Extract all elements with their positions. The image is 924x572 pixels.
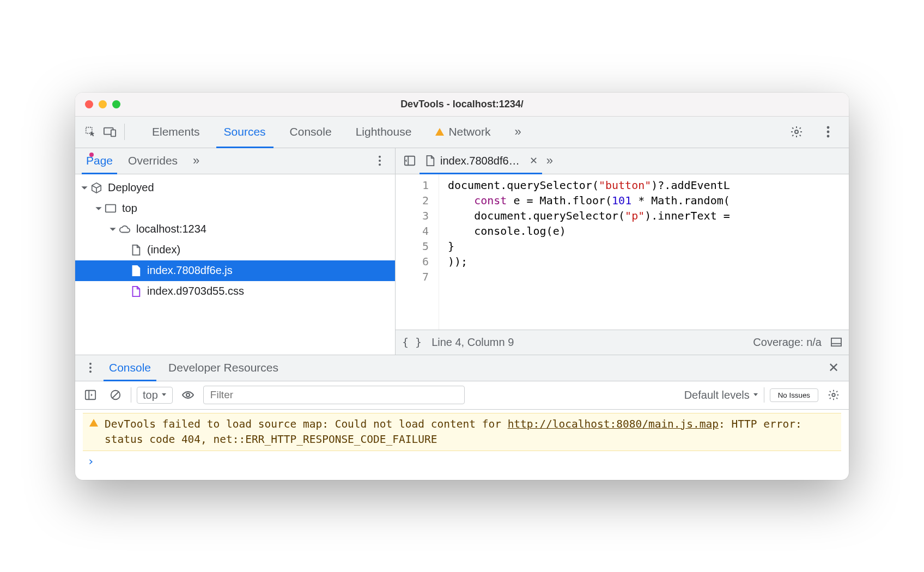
svg-rect-13	[831, 338, 841, 346]
drawer-menu-icon[interactable]	[81, 358, 100, 378]
toggle-navigator-icon[interactable]	[400, 151, 420, 171]
svg-line-21	[113, 392, 119, 398]
console-sidebar-toggle-icon[interactable]	[81, 385, 100, 405]
svg-point-17	[89, 370, 92, 373]
execution-context-selector[interactable]: top	[137, 387, 173, 404]
document-icon	[130, 244, 142, 256]
cube-icon	[90, 182, 102, 194]
experiment-dot-icon	[89, 153, 94, 157]
tab-lighthouse[interactable]: Lighthouse	[344, 117, 424, 148]
svg-point-22	[186, 393, 190, 397]
document-icon	[130, 285, 142, 297]
code-content: document.querySelector("button")?.addEve…	[439, 174, 730, 330]
issues-button[interactable]: No Issues	[770, 388, 818, 402]
warning-icon	[435, 128, 444, 136]
svg-rect-2	[111, 130, 115, 136]
console-settings-icon[interactable]	[824, 385, 843, 405]
toolbar-divider	[131, 387, 131, 403]
tab-elements[interactable]: Elements	[140, 117, 212, 148]
navigator-menu-icon[interactable]	[370, 151, 390, 171]
document-icon	[424, 155, 436, 167]
svg-point-3	[795, 130, 798, 133]
document-icon	[130, 265, 142, 277]
tab-network[interactable]: Network	[423, 117, 502, 148]
tab-sources[interactable]: Sources	[212, 117, 278, 148]
warning-icon	[89, 419, 98, 427]
drawer-close-icon[interactable]: ✕	[824, 360, 843, 375]
drawer-tab-developer-resources[interactable]: Developer Resources	[160, 355, 287, 381]
devtools-window: DevTools - localhost:1234/ Elements Sour…	[75, 93, 849, 480]
tree-frame-top[interactable]: top	[75, 198, 395, 219]
svg-rect-10	[106, 204, 115, 212]
main-tab-bar: Elements Sources Console Lighthouse Netw…	[75, 117, 849, 148]
editor-tabs-overflow[interactable]: »	[542, 148, 556, 174]
editor-pane: index.7808df6… ✕ » 1234567 document.quer…	[396, 148, 849, 355]
console-filter-input[interactable]	[203, 386, 465, 404]
svg-point-9	[379, 163, 381, 166]
console-toolbar: top Default levels No Issues	[75, 381, 849, 410]
svg-point-23	[832, 393, 835, 397]
maximize-window-button[interactable]	[112, 100, 120, 108]
console-warning-message[interactable]: DevTools failed to load source map: Coul…	[83, 413, 841, 451]
window-title: DevTools - localhost:1234/	[75, 99, 849, 110]
minimize-window-button[interactable]	[99, 100, 107, 108]
tabs-overflow-button[interactable]: »	[502, 117, 531, 148]
drawer-tab-bar: Console Developer Resources ✕	[75, 355, 849, 381]
frame-icon	[105, 203, 117, 215]
show-drawer-icon[interactable]	[830, 337, 842, 347]
window-controls	[85, 100, 120, 108]
svg-point-8	[379, 160, 381, 162]
toolbar-divider	[764, 387, 764, 403]
titlebar: DevTools - localhost:1234/	[75, 93, 849, 117]
live-expression-icon[interactable]	[178, 385, 198, 405]
svg-point-16	[89, 367, 92, 369]
tree-file-index[interactable]: (index)	[75, 240, 395, 260]
svg-point-7	[379, 156, 381, 158]
cloud-icon	[119, 223, 131, 235]
tab-close-icon[interactable]: ✕	[530, 155, 538, 167]
nav-tab-page[interactable]: Page	[78, 148, 120, 174]
tree-group-deployed[interactable]: Deployed	[75, 178, 395, 198]
file-tree: Deployed top localhost:1234 (index)	[75, 174, 395, 355]
device-toolbar-icon[interactable]	[100, 122, 120, 142]
svg-rect-18	[86, 391, 95, 400]
line-gutter: 1234567	[396, 174, 439, 330]
console-prompt[interactable]: ›	[83, 451, 841, 471]
coverage-status: Coverage: n/a	[753, 336, 822, 349]
console-output: DevTools failed to load source map: Coul…	[75, 410, 849, 480]
clear-console-icon[interactable]	[106, 385, 125, 405]
svg-point-15	[89, 363, 92, 365]
dropdown-icon	[753, 393, 758, 397]
nav-tabs-overflow[interactable]: »	[185, 148, 205, 174]
svg-point-6	[827, 135, 830, 138]
pretty-print-icon[interactable]: { }	[402, 336, 422, 349]
cursor-position: Line 4, Column 9	[431, 336, 514, 349]
navigator-tab-bar: Page Overrides »	[75, 148, 395, 174]
sources-panel: Page Overrides » Deployed top	[75, 148, 849, 355]
sourcemap-url-link[interactable]: http://localhost:8080/main.js.map	[508, 418, 719, 430]
editor-statusbar: { } Line 4, Column 9 Coverage: n/a	[396, 330, 849, 355]
svg-point-4	[827, 126, 830, 129]
drawer-tab-console[interactable]: Console	[100, 355, 160, 381]
editor-tab-index-js[interactable]: index.7808df6… ✕	[420, 148, 542, 174]
tree-file-index-css[interactable]: index.d9703d55.css	[75, 281, 395, 302]
nav-tab-overrides[interactable]: Overrides	[120, 148, 185, 174]
tab-network-label: Network	[448, 125, 490, 138]
main-menu-icon[interactable]	[818, 122, 838, 142]
dropdown-icon	[161, 393, 167, 397]
tree-file-index-js[interactable]: index.7808df6e.js	[75, 260, 395, 281]
tab-divider	[124, 124, 125, 140]
log-levels-selector[interactable]: Default levels	[684, 389, 758, 401]
code-editor[interactable]: 1234567 document.querySelector("button")…	[396, 174, 849, 330]
editor-tab-bar: index.7808df6… ✕ »	[396, 148, 849, 174]
close-window-button[interactable]	[85, 100, 93, 108]
inspect-element-icon[interactable]	[81, 122, 100, 142]
svg-point-5	[827, 131, 830, 133]
navigator-pane: Page Overrides » Deployed top	[75, 148, 396, 355]
tree-origin-localhost[interactable]: localhost:1234	[75, 219, 395, 240]
settings-icon[interactable]	[787, 122, 806, 142]
tab-console[interactable]: Console	[278, 117, 344, 148]
